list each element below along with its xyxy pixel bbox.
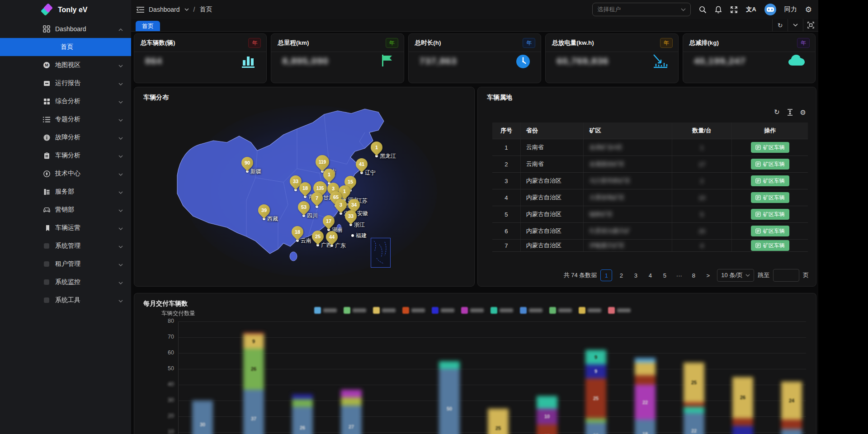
username[interactable]: 同力 [784,5,797,14]
map-pin-浙江[interactable]: 33 [345,210,357,222]
legend-swatch [608,307,615,314]
pagination-page-3[interactable]: 3 [630,270,641,281]
pin-count: 34 [348,199,360,211]
map-pin-西藏[interactable]: 39 [258,204,270,216]
info-circle-icon [42,133,51,142]
fullscreen-icon[interactable] [730,6,738,14]
map-province-label: 浙江 [354,221,365,229]
map-province-label: 黑龙江 [380,152,396,160]
panel-title: 车辆属地 [487,94,512,102]
map-pin-辽宁[interactable]: 41 [356,158,368,170]
refresh-icon[interactable]: ↻ [774,108,780,116]
map-pin-1[interactable]: 1 [323,169,335,180]
map-pin-广东[interactable]: 44 [326,231,338,243]
bar-value-label: 37 [251,416,256,421]
mine-vehicles-button[interactable]: 矿区车辆 [751,192,789,203]
column-height-icon[interactable] [787,109,793,116]
chevron-up-icon [118,25,123,33]
pagination-page-2[interactable]: 2 [616,270,627,281]
map-pin-新疆[interactable]: 90 [241,157,253,169]
sidebar-item-租户管理[interactable]: 租户管理 [0,255,131,273]
tab-home[interactable]: 首页 [136,21,160,31]
bar-value-label: 9 [594,354,597,360]
sidebar-subitem-首页[interactable]: 首页 [0,38,131,56]
bell-icon[interactable] [715,6,722,14]
kpi-period-badge[interactable]: 年 [660,38,673,48]
sidebar-item-系统工具[interactable]: 系统工具 [0,291,131,309]
gear-icon[interactable]: ⚙ [805,6,812,14]
search-icon[interactable] [699,6,707,14]
legend-item-10[interactable] [579,307,601,314]
pagination-next[interactable]: > [703,270,713,281]
brand-logo: Tonly eV [0,0,131,20]
legend-item-1[interactable] [314,307,337,314]
kpi-period-badge[interactable]: 年 [386,38,398,48]
sidebar-item-服务部[interactable]: 服务部 [0,183,131,201]
legend-item-3[interactable] [373,307,396,314]
refresh-icon[interactable]: ↻ [772,19,788,31]
jump-page-input[interactable] [773,269,799,282]
mine-vehicles-button[interactable]: 矿区车辆 [751,226,789,236]
kpi-period-badge[interactable]: 年 [248,38,261,48]
sidebar-item-故障分析[interactable]: 故障分析 [0,128,131,146]
pagination-page-8[interactable]: 8 [688,270,699,281]
breadcrumb-root[interactable]: Dashboard [149,6,180,13]
map-pin-四川[interactable]: 53 [298,201,310,213]
kpi-card-header: 总里程(km)年 [271,34,403,52]
sidebar-item-车辆分析[interactable]: 车辆分析 [0,146,131,165]
map-pin-安徽[interactable]: 34 [348,199,360,211]
redacted-text: 20 [698,228,705,235]
compass-icon [42,170,51,178]
sidebar-item-Dashboard[interactable]: Dashboard [0,20,131,38]
legend-item-5[interactable] [432,307,454,314]
sidebar-item-技术中心[interactable]: 技术中心 [0,165,131,183]
legend-item-8[interactable] [520,307,542,314]
pagination-page-5[interactable]: 5 [659,270,670,281]
maximize-icon[interactable] [803,19,818,31]
sidebar-item-系统监控[interactable]: 系统监控 [0,273,131,291]
sidebar-item-专题分析[interactable]: 专题分析 [0,110,131,128]
mine-vehicles-button[interactable]: 矿区车辆 [751,175,789,186]
map-pin-7[interactable]: 7 [311,192,323,204]
menu-fold-icon[interactable] [137,6,144,13]
legend-label-redacted [470,308,484,312]
legend-item-9[interactable] [549,307,572,314]
pagination-page-1[interactable]: 1 [600,269,612,281]
chevron-down-icon[interactable] [788,19,803,31]
pagination-page-4[interactable]: 4 [645,270,656,281]
legend-item-4[interactable] [402,307,425,314]
mine-vehicles-button[interactable]: 矿区车辆 [751,209,789,220]
sidebar-item-系统管理[interactable]: 系统管理 [0,237,131,255]
translate-icon[interactable]: 文A [746,5,756,14]
map-pin-湖北[interactable]: 3 [335,199,347,211]
map-pin-湖南[interactable]: 17 [323,215,335,227]
gear-icon[interactable]: ⚙ [800,109,806,116]
mine-vehicles-button[interactable]: 矿区车辆 [751,159,789,170]
map-pin-广西[interactable]: 25 [312,231,324,242]
mine-vehicles-button[interactable]: 矿区车辆 [751,240,789,251]
avatar[interactable] [764,4,776,15]
sidebar-item-运行报告[interactable]: 运行报告 [0,74,131,92]
page-size-select[interactable]: 10 条/页 [717,269,754,282]
sidebar-item-综合分析[interactable]: 综合分析 [0,92,131,110]
sidebar-item-营销部[interactable]: 营销部 [0,201,131,219]
column-header-矿区: 矿区 [584,123,672,139]
map-pin-黑龙江[interactable]: 1 [371,142,382,153]
kpi-period-badge[interactable]: 年 [523,38,535,48]
mine-vehicles-button[interactable]: 矿区车辆 [751,142,789,153]
legend-item-7[interactable] [491,307,513,314]
tenant-select[interactable]: 选择租户 [592,3,691,16]
map-pin-青海[interactable]: 18 [299,182,311,194]
legend-item-2[interactable] [344,307,366,314]
cell-index: 3 [492,173,521,189]
kpi-title: 总车辆数(辆) [141,39,175,47]
sidebar-item-地图视区[interactable]: M地图视区 [0,56,131,74]
map-pin-蒙古[interactable]: 119 [316,155,329,169]
cell-province: 云南省 [521,156,584,172]
sidebar-item-车辆运营[interactable]: 车辆运营 [0,219,131,237]
map-pin-云南[interactable]: 18 [292,226,303,238]
bar-value-label: 22 [691,428,697,434]
kpi-period-badge[interactable]: 年 [797,38,810,48]
legend-item-6[interactable] [461,307,484,314]
legend-item-11[interactable] [608,307,631,314]
